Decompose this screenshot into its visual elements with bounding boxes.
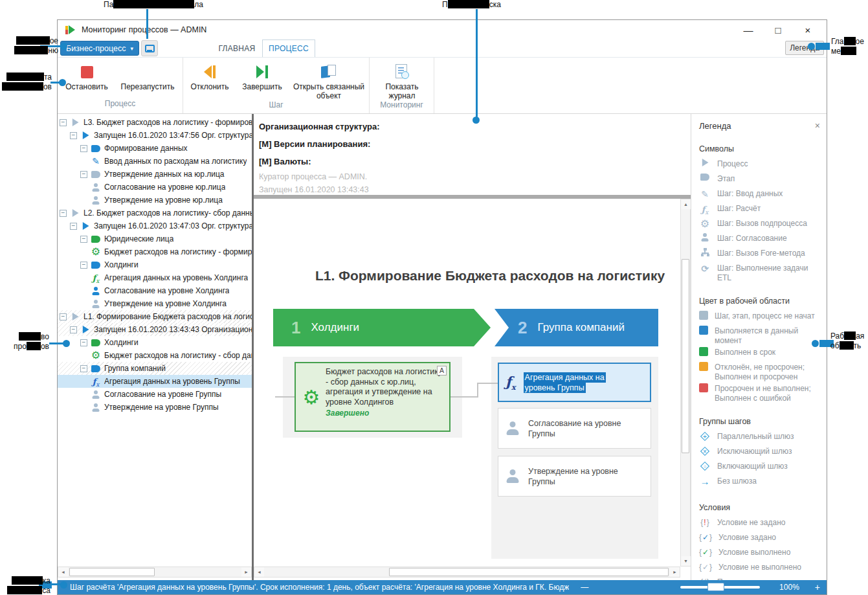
tree-row[interactable]: − Формирование данных xyxy=(58,142,252,155)
close-icon[interactable]: × xyxy=(815,120,820,131)
tree-row[interactable]: Утверждение на уровне Холдинга xyxy=(58,297,252,310)
scrollbar-thumb[interactable] xyxy=(682,259,689,453)
expander-icon[interactable]: − xyxy=(70,326,77,333)
stage-chevron-holdings[interactable]: 1 Холдинги xyxy=(273,309,491,346)
zoom-slider[interactable] xyxy=(680,586,760,589)
expander-icon[interactable]: − xyxy=(80,365,87,372)
expander-icon[interactable]: − xyxy=(70,132,77,139)
legend-item: Этап xyxy=(699,172,821,187)
tree-item-label: Холдинги xyxy=(104,338,139,347)
scrollbar-thumb[interactable] xyxy=(389,568,669,576)
step-card-confirmation[interactable]: Утверждение на уровне Группы xyxy=(498,456,651,497)
expander-icon[interactable]: − xyxy=(60,119,67,126)
callout-dot xyxy=(63,340,70,347)
callout-line xyxy=(476,9,478,117)
minimize-button[interactable]: — xyxy=(739,25,758,36)
tree-row[interactable]: − Запущен 16.01.2020 13:47:03 Орг. струк… xyxy=(58,219,252,232)
info-started: Запущен 16.01.2020 13:43:43 xyxy=(259,183,691,196)
tab-main[interactable]: ГЛАВНАЯ xyxy=(217,39,257,57)
ribbon-button[interactable]: Показать журнал xyxy=(372,60,432,100)
callout-line xyxy=(146,9,148,39)
tree-row[interactable]: Согласование на уровне Группы xyxy=(58,388,252,401)
tree-row[interactable]: Ввод данных по расходам на логистику xyxy=(58,155,252,168)
tree-row[interactable]: Согласование на уровне Холдинга xyxy=(58,284,252,297)
scroll-left-icon[interactable]: ◄ xyxy=(254,567,264,577)
callout-main-menu: ое ню xyxy=(12,36,58,56)
tree-row[interactable]: − Запущен 16.01.2020 13:43:43 Организаци… xyxy=(58,323,252,336)
tree-item-label: Утверждение на уровне Холдинга xyxy=(104,299,227,308)
zoom-slider-thumb[interactable] xyxy=(707,583,724,591)
redaction-box xyxy=(448,0,489,8)
canvas-horizontal-scrollbar[interactable]: ◄ ► xyxy=(254,567,680,578)
ribbon-button[interactable]: Остановить xyxy=(60,60,114,91)
zoom-out-button[interactable]: — xyxy=(581,583,588,592)
redaction-box xyxy=(841,47,856,55)
ribbon-button[interactable]: Открыть связанный объект xyxy=(290,60,368,100)
tree-row[interactable]: − L3. Бюджет расходов на логистику - фор… xyxy=(58,116,252,129)
scrollbar-thumb[interactable] xyxy=(69,568,155,576)
expander-icon[interactable]: − xyxy=(70,223,77,230)
scroll-right-icon[interactable]: ► xyxy=(241,567,251,577)
scroll-left-icon[interactable]: ◄ xyxy=(58,567,68,577)
ribbon-buttons: Отклонить Завершить Открыть связанный об… xyxy=(183,58,369,100)
callout-dot xyxy=(60,581,67,589)
tree-item-icon xyxy=(92,155,100,167)
expander-icon[interactable]: − xyxy=(60,313,67,320)
tree-row[interactable]: − Холдинги xyxy=(58,336,252,349)
tree-row[interactable]: Бюджет расходов на логистику - формирова… xyxy=(58,245,252,258)
legend-symbol-icon xyxy=(701,233,709,241)
tree-row[interactable]: Агрегация данных на уровень Холдинга xyxy=(58,271,252,284)
scroll-down-icon[interactable]: ▼ xyxy=(681,556,691,566)
legend-item: {/} По умолчанию xyxy=(699,576,821,580)
zoom-in-button[interactable]: + xyxy=(815,582,820,592)
tree-row[interactable]: Утверждение на уровне Группы xyxy=(58,401,252,414)
ribbon-button[interactable]: Завершить xyxy=(234,60,290,91)
business-process-menu-button[interactable]: Бизнес-процесс ▾ xyxy=(60,41,139,56)
tree-row[interactable]: − Холдинги xyxy=(58,258,252,271)
close-button[interactable]: × xyxy=(798,25,818,36)
legend-symbol-icon xyxy=(700,174,709,181)
quick-access-button[interactable] xyxy=(141,40,158,56)
tree-item-icon xyxy=(91,262,100,269)
expander-icon[interactable]: − xyxy=(80,171,87,178)
legend-symbol-icon xyxy=(701,188,709,200)
tree-row[interactable]: − L1. Формирование Бюджета расходов на л… xyxy=(58,310,252,323)
ribbon-button[interactable]: Перезапустить xyxy=(114,60,181,91)
expander-icon[interactable]: − xyxy=(80,339,87,346)
step-card-calculation-selected[interactable]: Агрегация данных на уровень Группы xyxy=(498,363,651,402)
redaction-box xyxy=(27,342,41,350)
subprocess-card-completed[interactable]: A Бюджет расходов на логистику - сбор да… xyxy=(295,362,451,432)
tree-item-label: Агрегация данных на уровень Холдинга xyxy=(104,273,248,282)
legend-item: {✓} Условие задано xyxy=(699,531,821,546)
tree-row[interactable]: Бюджет расходов на логистику - сбор данн… xyxy=(58,349,252,362)
tree-row[interactable]: − Юридические лица xyxy=(58,232,252,245)
expander-icon[interactable]: − xyxy=(80,145,87,152)
step-card-approval[interactable]: Согласование на уровне Группы xyxy=(498,408,651,449)
tree-row[interactable]: Согласование на уровне юр.лица xyxy=(58,181,252,194)
tree-row[interactable]: Агрегация данных на уровень Группы xyxy=(58,375,252,388)
tab-process[interactable]: ПРОЦЕСС xyxy=(262,39,315,57)
scroll-right-icon[interactable]: ► xyxy=(670,567,680,577)
tree-horizontal-scrollbar[interactable]: ◄ ► xyxy=(58,567,252,578)
tree-item-icon xyxy=(91,236,100,243)
business-process-menu-label: Бизнес-процесс xyxy=(66,44,126,53)
status-color-swatch xyxy=(699,326,708,335)
ribbon-button[interactable]: Отклонить xyxy=(185,60,234,91)
expander-icon[interactable]: − xyxy=(60,210,67,217)
scroll-up-icon[interactable]: ▲ xyxy=(681,199,691,209)
expander-icon[interactable]: − xyxy=(80,262,87,269)
redaction-box xyxy=(14,46,48,54)
canvas-vertical-scrollbar[interactable]: ▲ ▼ xyxy=(680,199,691,567)
stage-chevron-group[interactable]: 2 Группа компаний xyxy=(495,309,658,346)
tree-row[interactable]: − Группа компаний xyxy=(58,362,252,375)
callout-text: ме xyxy=(831,47,841,56)
tree-row[interactable]: − Утверждение данных на юр.лица xyxy=(58,168,252,181)
tree-row[interactable]: Утверждение на уровне юр.лица xyxy=(58,194,252,207)
maximize-button[interactable]: □ xyxy=(768,25,788,36)
callout-legend-button: Глаое ме xyxy=(831,37,867,56)
ribbon-group-step: Отклонить Завершить Открыть связанный об… xyxy=(183,58,370,113)
tree-row[interactable]: − Запущен 16.01.2020 13:47:56 Орг. струк… xyxy=(58,129,252,142)
expander-icon[interactable]: − xyxy=(80,236,87,243)
tree-row[interactable]: − L2. Бюджет расходов на логистику- сбор… xyxy=(58,207,252,219)
callout-text: Па xyxy=(104,0,113,9)
